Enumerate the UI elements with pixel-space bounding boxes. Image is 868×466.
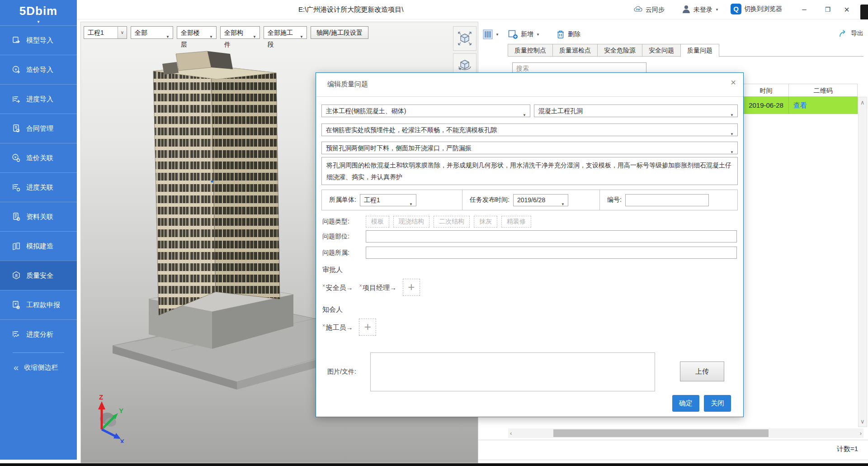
app-logo: 5Dbim (0, 0, 77, 20)
problem-dropdown[interactable]: 在钢筋密实处或预埋件处，砼灌注不顺畅，不能充满模板孔隙 ▼ (321, 124, 738, 136)
sidebar-item-label: 造价导入 (26, 66, 53, 74)
row-count-label: 计数=1 (837, 445, 858, 453)
remove-icon[interactable]: × (322, 283, 325, 288)
issue-part-input[interactable] (366, 230, 737, 243)
dialog-close-icon[interactable]: × (731, 77, 736, 88)
remove-icon[interactable]: × (322, 323, 325, 328)
filter-all-dropdown[interactable]: 全部 ▼ (131, 26, 173, 39)
notify-list: ×施工员→ + (322, 317, 376, 337)
chevron-down-icon: ▼ (730, 147, 734, 154)
logo-chevron-icon[interactable]: ▼ (0, 20, 77, 25)
table-header-time[interactable]: 时间 (744, 84, 789, 96)
sidebar-item-label: 进度关联 (26, 183, 53, 192)
cost-import-icon: ¥ (12, 65, 21, 74)
delete-label: 删除 (568, 30, 580, 38)
cloud-sync-button[interactable]: PM 云同步 (634, 5, 665, 15)
sidebar-item-model-import[interactable]: 模型导入 (0, 25, 77, 55)
sidebar-item-label: 造价关联 (26, 154, 53, 162)
problem-value: 在钢筋密实处或预埋件处，砼灌注不顺畅，不能充满模板孔隙 (326, 126, 497, 133)
sidebar-item-cost-link[interactable]: ¥ 造价关联 (0, 143, 77, 172)
type-option-finedecoration[interactable]: 精装修 (501, 216, 531, 228)
filter-floor-dropdown[interactable]: 全部楼层 ▼ (177, 26, 217, 39)
sidebar-item-cost-import[interactable]: ¥ 造价导入 (0, 55, 77, 84)
prevention-dropdown[interactable]: 预留孔洞两侧同时下料，侧面加开浇灌口，严防漏振 ▼ (321, 142, 738, 154)
type-option-castinplace[interactable]: 现浇结构 (393, 216, 429, 228)
number-input[interactable] (625, 194, 709, 206)
sidebar-item-quality-safety[interactable]: 质 质量安全 (0, 261, 77, 290)
qr-view-link[interactable]: 查看 (789, 97, 858, 114)
file-dropzone[interactable] (370, 352, 655, 391)
number-cell: 编号: (600, 190, 737, 210)
restore-button[interactable]: ❐ (821, 4, 835, 15)
grid-section-settings-button[interactable]: 轴网/施工段设置 (311, 26, 368, 39)
close-button[interactable]: × (840, 4, 854, 15)
axis-z-label: Z (99, 393, 103, 401)
collapse-sidebar-button[interactable]: « 收缩侧边栏 (0, 356, 77, 379)
cloud-sync-icon: PM (634, 5, 643, 15)
filter-component-dropdown[interactable]: 全部构件 ▼ (220, 26, 260, 39)
zoom-extents-button[interactable] (453, 26, 476, 51)
sidebar-item-simulate-build[interactable]: 模拟建造 (0, 231, 77, 261)
issue-type-row: 问题类型: 模板现浇结构二次结构抹灰精装修 (316, 216, 743, 228)
chevron-down-icon: ▼ (730, 128, 734, 136)
tab-safety-issue[interactable]: 安全问题 (642, 44, 680, 57)
export-button[interactable]: 导出 (839, 29, 863, 38)
scroll-left-icon[interactable]: ‹ (510, 430, 512, 437)
table-header-qrcode[interactable]: 二维码 (789, 84, 858, 96)
type-option-formwork[interactable]: 模板 (366, 216, 389, 228)
ok-button[interactable]: 确定 (672, 395, 699, 412)
upload-button[interactable]: 上传 (680, 361, 724, 381)
type-option-plaster[interactable]: 抹灰 (474, 216, 497, 228)
switch-browser-button[interactable]: Q 切换到浏览器 (731, 4, 782, 14)
panel-toolbar: ▼ 新增 ▼ 删除 导出 (478, 29, 868, 42)
add-notifier-button[interactable]: + (359, 319, 376, 336)
sidebar-item-contract[interactable]: 合同管理 (0, 114, 77, 143)
unit-label: 所属单体: (329, 196, 356, 204)
sidebar: 5Dbim ▼ 模型导入 ¥ 造价导入 进度导入 合同管理 ¥ 造价关联 进度关… (0, 0, 77, 460)
add-button[interactable]: 新增 ▼ (508, 29, 540, 39)
date-dropdown[interactable]: 2019/6/28 ▼ (513, 194, 568, 206)
vertical-scrollbar[interactable]: ∧ ∨ (858, 97, 867, 427)
category-dropdown[interactable]: 主体工程(钢筋混凝土、砌体) ▼ (321, 105, 530, 117)
sidebar-item-payment-declare[interactable]: ¥ 工程款申报 (0, 290, 77, 319)
project-combobox[interactable]: 工程1 ∨ (84, 26, 127, 39)
approver-chip[interactable]: ×安全员→ (322, 283, 353, 292)
approver-section-label: 审批人 (322, 266, 343, 274)
column-settings-button[interactable]: ▼ (483, 29, 499, 39)
chevron-down-icon: ▼ (409, 199, 413, 210)
item-dropdown[interactable]: 混凝土工程孔洞 ▼ (534, 105, 738, 117)
status-divider (478, 440, 868, 440)
type-option-secondary[interactable]: 二次结构 (434, 216, 470, 228)
tab-quality-inspection[interactable]: 质量巡检点 (552, 44, 597, 57)
unit-dropdown[interactable]: 工程1 ▼ (360, 194, 416, 206)
tab-quality-control[interactable]: 质量控制点 (508, 44, 552, 57)
tab-quality-issue[interactable]: 质量问题 (680, 44, 719, 57)
issue-belong-input[interactable] (366, 247, 737, 259)
approver-chip[interactable]: ×项目经理→ (359, 283, 396, 292)
horizontal-scrollbar[interactable]: ‹ › (508, 428, 863, 438)
remove-icon[interactable]: × (359, 283, 362, 288)
sidebar-item-schedule-analysis[interactable]: 进度分析 (0, 319, 77, 349)
scroll-up-icon[interactable]: ∧ (860, 99, 865, 106)
chevron-down-icon[interactable]: ∨ (118, 27, 127, 38)
delete-button[interactable]: 删除 (556, 29, 580, 39)
scrollbar-thumb[interactable] (553, 429, 769, 437)
tab-safety-hazard[interactable]: 安全危险源 (597, 44, 642, 57)
notify-section-label: 知会人 (322, 305, 343, 314)
cost-link-icon: ¥ (12, 153, 21, 162)
login-menu[interactable]: 未登录 ▼ (682, 5, 719, 15)
scroll-down-icon[interactable]: ∨ (860, 418, 865, 425)
approver-list: ×安全员→ ×项目经理→ + (322, 277, 420, 297)
sidebar-item-document-link[interactable]: 资料关联 (0, 202, 77, 231)
filter-section-dropdown[interactable]: 全部施工段 ▼ (264, 26, 307, 39)
minimize-button[interactable]: – (797, 4, 811, 15)
notifier-chip[interactable]: ×施工员→ (322, 323, 353, 332)
document-link-icon (12, 212, 21, 221)
close-dialog-button[interactable]: 关闭 (704, 395, 731, 412)
chevron-down-icon: ▼ (561, 199, 565, 210)
sidebar-item-schedule-import[interactable]: 进度导入 (0, 84, 77, 114)
add-approver-button[interactable]: + (403, 279, 420, 296)
measures-textarea[interactable]: 将孔洞周围的松散混凝土和软弱浆膜凿除，并形成规则几何形状，用水清洗干净并充分湿润… (321, 157, 738, 185)
scroll-right-icon[interactable]: › (860, 430, 862, 437)
sidebar-item-schedule-link[interactable]: 进度关联 (0, 172, 77, 202)
